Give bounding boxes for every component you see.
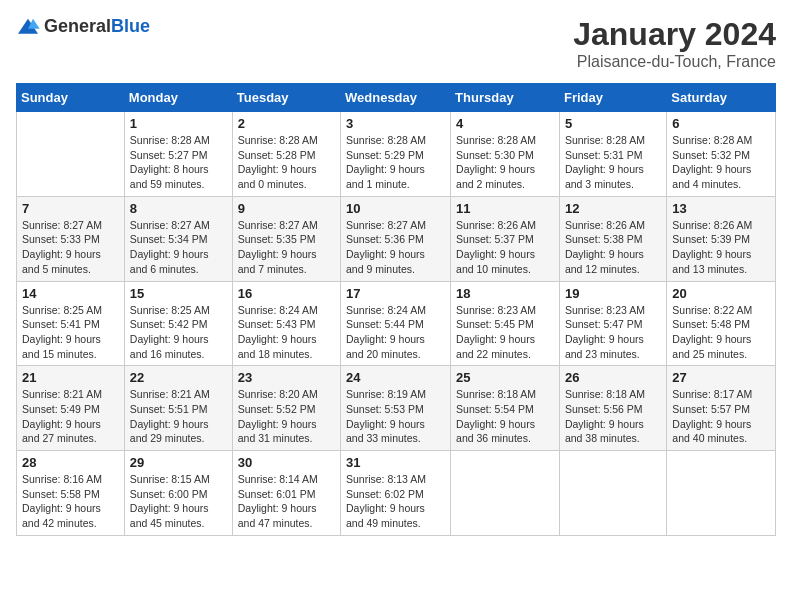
- location-title: Plaisance-du-Touch, France: [573, 53, 776, 71]
- calendar-cell: 12Sunrise: 8:26 AMSunset: 5:38 PMDayligh…: [559, 196, 666, 281]
- day-info: Sunrise: 8:18 AMSunset: 5:56 PMDaylight:…: [565, 387, 661, 446]
- day-info: Sunrise: 8:28 AMSunset: 5:30 PMDaylight:…: [456, 133, 554, 192]
- day-number: 4: [456, 116, 554, 131]
- month-title: January 2024: [573, 16, 776, 53]
- calendar-cell: 4Sunrise: 8:28 AMSunset: 5:30 PMDaylight…: [451, 112, 560, 197]
- day-number: 15: [130, 286, 227, 301]
- day-info: Sunrise: 8:14 AMSunset: 6:01 PMDaylight:…: [238, 472, 335, 531]
- day-info: Sunrise: 8:13 AMSunset: 6:02 PMDaylight:…: [346, 472, 445, 531]
- week-row-1: 1Sunrise: 8:28 AMSunset: 5:27 PMDaylight…: [17, 112, 776, 197]
- header-day-friday: Friday: [559, 84, 666, 112]
- day-info: Sunrise: 8:25 AMSunset: 5:41 PMDaylight:…: [22, 303, 119, 362]
- day-info: Sunrise: 8:25 AMSunset: 5:42 PMDaylight:…: [130, 303, 227, 362]
- header-day-tuesday: Tuesday: [232, 84, 340, 112]
- day-info: Sunrise: 8:27 AMSunset: 5:33 PMDaylight:…: [22, 218, 119, 277]
- day-info: Sunrise: 8:26 AMSunset: 5:37 PMDaylight:…: [456, 218, 554, 277]
- calendar-cell: 25Sunrise: 8:18 AMSunset: 5:54 PMDayligh…: [451, 366, 560, 451]
- day-info: Sunrise: 8:19 AMSunset: 5:53 PMDaylight:…: [346, 387, 445, 446]
- day-number: 9: [238, 201, 335, 216]
- day-info: Sunrise: 8:21 AMSunset: 5:51 PMDaylight:…: [130, 387, 227, 446]
- calendar-cell: 9Sunrise: 8:27 AMSunset: 5:35 PMDaylight…: [232, 196, 340, 281]
- day-number: 25: [456, 370, 554, 385]
- day-number: 12: [565, 201, 661, 216]
- day-info: Sunrise: 8:28 AMSunset: 5:31 PMDaylight:…: [565, 133, 661, 192]
- calendar-cell: 29Sunrise: 8:15 AMSunset: 6:00 PMDayligh…: [124, 451, 232, 536]
- day-number: 22: [130, 370, 227, 385]
- day-number: 7: [22, 201, 119, 216]
- day-info: Sunrise: 8:20 AMSunset: 5:52 PMDaylight:…: [238, 387, 335, 446]
- calendar-cell: 18Sunrise: 8:23 AMSunset: 5:45 PMDayligh…: [451, 281, 560, 366]
- calendar-cell: 19Sunrise: 8:23 AMSunset: 5:47 PMDayligh…: [559, 281, 666, 366]
- day-number: 27: [672, 370, 770, 385]
- calendar-cell: 24Sunrise: 8:19 AMSunset: 5:53 PMDayligh…: [341, 366, 451, 451]
- day-info: Sunrise: 8:24 AMSunset: 5:44 PMDaylight:…: [346, 303, 445, 362]
- header-day-sunday: Sunday: [17, 84, 125, 112]
- week-row-3: 14Sunrise: 8:25 AMSunset: 5:41 PMDayligh…: [17, 281, 776, 366]
- day-info: Sunrise: 8:23 AMSunset: 5:45 PMDaylight:…: [456, 303, 554, 362]
- day-info: Sunrise: 8:17 AMSunset: 5:57 PMDaylight:…: [672, 387, 770, 446]
- calendar-cell: [667, 451, 776, 536]
- header-day-thursday: Thursday: [451, 84, 560, 112]
- calendar-cell: 6Sunrise: 8:28 AMSunset: 5:32 PMDaylight…: [667, 112, 776, 197]
- logo: GeneralBlue: [16, 16, 150, 37]
- day-info: Sunrise: 8:28 AMSunset: 5:27 PMDaylight:…: [130, 133, 227, 192]
- calendar-cell: [17, 112, 125, 197]
- day-info: Sunrise: 8:24 AMSunset: 5:43 PMDaylight:…: [238, 303, 335, 362]
- day-info: Sunrise: 8:18 AMSunset: 5:54 PMDaylight:…: [456, 387, 554, 446]
- calendar-cell: 1Sunrise: 8:28 AMSunset: 5:27 PMDaylight…: [124, 112, 232, 197]
- day-number: 21: [22, 370, 119, 385]
- day-number: 11: [456, 201, 554, 216]
- title-block: January 2024 Plaisance-du-Touch, France: [573, 16, 776, 71]
- calendar-cell: 13Sunrise: 8:26 AMSunset: 5:39 PMDayligh…: [667, 196, 776, 281]
- day-number: 8: [130, 201, 227, 216]
- calendar-cell: 23Sunrise: 8:20 AMSunset: 5:52 PMDayligh…: [232, 366, 340, 451]
- day-number: 10: [346, 201, 445, 216]
- calendar-cell: 31Sunrise: 8:13 AMSunset: 6:02 PMDayligh…: [341, 451, 451, 536]
- header-day-wednesday: Wednesday: [341, 84, 451, 112]
- calendar-cell: 16Sunrise: 8:24 AMSunset: 5:43 PMDayligh…: [232, 281, 340, 366]
- header-day-monday: Monday: [124, 84, 232, 112]
- header-day-saturday: Saturday: [667, 84, 776, 112]
- day-number: 18: [456, 286, 554, 301]
- calendar-cell: [559, 451, 666, 536]
- calendar-cell: 8Sunrise: 8:27 AMSunset: 5:34 PMDaylight…: [124, 196, 232, 281]
- day-number: 19: [565, 286, 661, 301]
- day-info: Sunrise: 8:15 AMSunset: 6:00 PMDaylight:…: [130, 472, 227, 531]
- calendar-cell: 20Sunrise: 8:22 AMSunset: 5:48 PMDayligh…: [667, 281, 776, 366]
- week-row-2: 7Sunrise: 8:27 AMSunset: 5:33 PMDaylight…: [17, 196, 776, 281]
- calendar-cell: 22Sunrise: 8:21 AMSunset: 5:51 PMDayligh…: [124, 366, 232, 451]
- day-info: Sunrise: 8:26 AMSunset: 5:39 PMDaylight:…: [672, 218, 770, 277]
- calendar-cell: 17Sunrise: 8:24 AMSunset: 5:44 PMDayligh…: [341, 281, 451, 366]
- logo-icon: [16, 17, 40, 37]
- calendar-cell: 10Sunrise: 8:27 AMSunset: 5:36 PMDayligh…: [341, 196, 451, 281]
- day-number: 24: [346, 370, 445, 385]
- week-row-4: 21Sunrise: 8:21 AMSunset: 5:49 PMDayligh…: [17, 366, 776, 451]
- day-number: 6: [672, 116, 770, 131]
- calendar-cell: 14Sunrise: 8:25 AMSunset: 5:41 PMDayligh…: [17, 281, 125, 366]
- calendar-cell: 3Sunrise: 8:28 AMSunset: 5:29 PMDaylight…: [341, 112, 451, 197]
- calendar-cell: 15Sunrise: 8:25 AMSunset: 5:42 PMDayligh…: [124, 281, 232, 366]
- day-info: Sunrise: 8:22 AMSunset: 5:48 PMDaylight:…: [672, 303, 770, 362]
- day-number: 5: [565, 116, 661, 131]
- day-number: 1: [130, 116, 227, 131]
- calendar-cell: 26Sunrise: 8:18 AMSunset: 5:56 PMDayligh…: [559, 366, 666, 451]
- page-header: GeneralBlue January 2024 Plaisance-du-To…: [16, 16, 776, 71]
- calendar-cell: 7Sunrise: 8:27 AMSunset: 5:33 PMDaylight…: [17, 196, 125, 281]
- calendar-cell: 11Sunrise: 8:26 AMSunset: 5:37 PMDayligh…: [451, 196, 560, 281]
- calendar-cell: 2Sunrise: 8:28 AMSunset: 5:28 PMDaylight…: [232, 112, 340, 197]
- calendar-cell: 21Sunrise: 8:21 AMSunset: 5:49 PMDayligh…: [17, 366, 125, 451]
- day-number: 31: [346, 455, 445, 470]
- day-number: 16: [238, 286, 335, 301]
- day-info: Sunrise: 8:23 AMSunset: 5:47 PMDaylight:…: [565, 303, 661, 362]
- day-number: 23: [238, 370, 335, 385]
- day-info: Sunrise: 8:27 AMSunset: 5:34 PMDaylight:…: [130, 218, 227, 277]
- day-info: Sunrise: 8:28 AMSunset: 5:29 PMDaylight:…: [346, 133, 445, 192]
- calendar-cell: 5Sunrise: 8:28 AMSunset: 5:31 PMDaylight…: [559, 112, 666, 197]
- logo-general: General: [44, 16, 111, 36]
- day-info: Sunrise: 8:27 AMSunset: 5:35 PMDaylight:…: [238, 218, 335, 277]
- day-info: Sunrise: 8:28 AMSunset: 5:28 PMDaylight:…: [238, 133, 335, 192]
- day-info: Sunrise: 8:21 AMSunset: 5:49 PMDaylight:…: [22, 387, 119, 446]
- calendar-cell: 30Sunrise: 8:14 AMSunset: 6:01 PMDayligh…: [232, 451, 340, 536]
- calendar-cell: [451, 451, 560, 536]
- day-number: 2: [238, 116, 335, 131]
